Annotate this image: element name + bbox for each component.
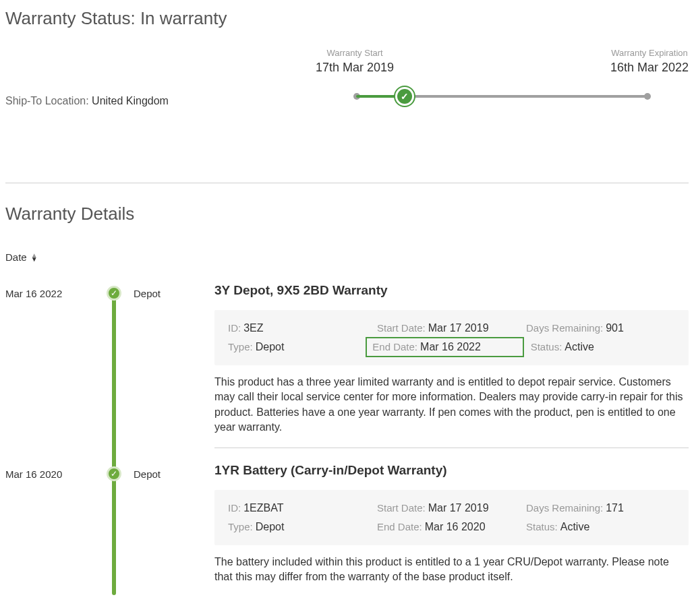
- date-sort-control[interactable]: Date ▲ ▼: [5, 251, 689, 263]
- status-value: In warranty: [140, 8, 227, 28]
- warranty-start-date: Start Date: Mar 17 2019: [377, 322, 526, 334]
- timeline-marker: ✓: [394, 86, 415, 107]
- section-divider: [5, 183, 689, 183]
- warranty-timeline: Warranty Start 17th Mar 2019 Warranty Ex…: [316, 48, 689, 109]
- check-icon: ✓: [107, 286, 121, 301]
- sort-down-icon: ▼: [31, 257, 38, 261]
- warranty-end-date: 16th Mar 2022: [610, 61, 689, 75]
- timeline-point: Mar 16 2020 ✓ Depot: [5, 464, 214, 484]
- warranty-start-date: Start Date: Mar 17 2019: [377, 502, 526, 514]
- warranty-item-title: 3Y Depot, 9X5 2BD Warranty: [214, 283, 689, 298]
- timeline-vertical-line: [112, 292, 116, 595]
- timeline-date: Mar 16 2022: [5, 288, 100, 299]
- timeline-type: Depot: [134, 288, 161, 299]
- warranty-days-remaining: Days Remaining: 901: [526, 322, 675, 334]
- warranty-item-title: 1YR Battery (Carry-in/Depot Warranty): [214, 463, 689, 478]
- warranty-type: Type: Depot: [228, 521, 377, 533]
- ship-to-value: United Kingdom: [92, 95, 169, 106]
- warranty-id: ID: 1EZBAT: [228, 502, 377, 514]
- timeline-end-dot: [644, 93, 651, 100]
- warranty-start-label: Warranty Start: [316, 48, 394, 58]
- warranty-item: 3Y Depot, 9X5 2BD Warranty ID: 3EZ Start…: [214, 283, 689, 435]
- ship-to-label: Ship-To Location:: [5, 95, 89, 106]
- check-icon: ✓: [107, 466, 121, 481]
- sort-arrows-icon: ▲ ▼: [31, 253, 38, 261]
- warranty-item: 1YR Battery (Carry-in/Depot Warranty) ID…: [214, 463, 689, 585]
- sort-label: Date: [5, 251, 27, 263]
- warranty-info-card: ID: 1EZBAT Start Date: Mar 17 2019 Days …: [214, 490, 689, 545]
- warranty-end-label: Warranty Expiration: [610, 48, 689, 58]
- warranty-end-date: End Date: Mar 16 2022: [366, 337, 523, 357]
- warranty-info-card: ID: 3EZ Start Date: Mar 17 2019 Days Rem…: [214, 310, 689, 365]
- item-divider: [214, 448, 689, 448]
- check-icon: ✓: [397, 89, 412, 104]
- warranty-description: The battery included within this product…: [214, 555, 689, 585]
- timeline-point: Mar 16 2022 ✓ Depot: [5, 283, 214, 303]
- warranty-end-date: End Date: Mar 16 2020: [377, 521, 526, 533]
- details-timeline: Mar 16 2022 ✓ Depot Mar 16 2020 ✓ Depot: [5, 283, 214, 595]
- status-label: Warranty Status:: [5, 8, 136, 28]
- ship-to-location: Ship-To Location: United Kingdom: [5, 95, 316, 107]
- warranty-days-remaining: Days Remaining: 171: [526, 502, 675, 514]
- warranty-id: ID: 3EZ: [228, 322, 377, 334]
- timeline-bar: ✓: [316, 84, 689, 109]
- warranty-details-heading: Warranty Details: [5, 204, 689, 224]
- timeline-date: Mar 16 2020: [5, 468, 100, 480]
- warranty-items: 3Y Depot, 9X5 2BD Warranty ID: 3EZ Start…: [214, 283, 689, 595]
- warranty-status-heading: Warranty Status: In warranty: [5, 8, 689, 29]
- timeline-type: Depot: [134, 468, 161, 480]
- warranty-status: Status: Active: [526, 521, 675, 533]
- warranty-start-date: 17th Mar 2019: [316, 61, 394, 75]
- warranty-description: This product has a three year limited wa…: [214, 375, 689, 435]
- warranty-type: Type: Depot: [228, 341, 372, 353]
- warranty-status: Status: Active: [531, 341, 675, 353]
